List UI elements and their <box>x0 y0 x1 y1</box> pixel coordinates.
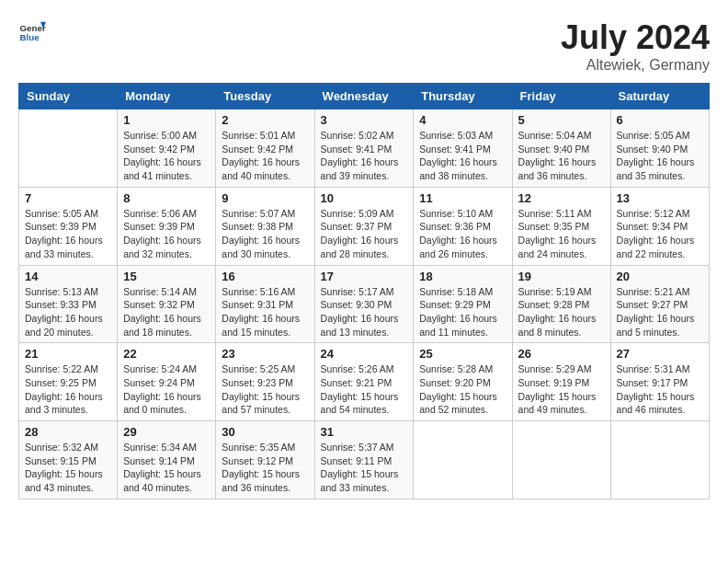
day-info: Sunrise: 5:28 AM Sunset: 9:20 PM Dayligh… <box>419 362 506 417</box>
svg-text:Blue: Blue <box>20 32 40 42</box>
day-number: 9 <box>222 191 308 205</box>
day-number: 19 <box>518 270 605 283</box>
calendar-cell: 6Sunrise: 5:05 AM Sunset: 9:40 PM Daylig… <box>610 109 709 188</box>
col-friday: Friday <box>512 84 610 109</box>
week-row-0: 1Sunrise: 5:00 AM Sunset: 9:42 PM Daylig… <box>19 109 710 188</box>
day-info: Sunrise: 5:21 AM Sunset: 9:27 PM Dayligh… <box>617 285 703 339</box>
day-number: 1 <box>123 113 210 127</box>
day-number: 22 <box>123 347 210 361</box>
col-tuesday: Tuesday <box>216 84 314 109</box>
day-number: 14 <box>25 270 111 283</box>
day-number: 26 <box>518 347 605 361</box>
col-wednesday: Wednesday <box>314 84 414 109</box>
calendar-cell: 14Sunrise: 5:13 AM Sunset: 9:33 PM Dayli… <box>19 265 118 343</box>
day-info: Sunrise: 5:31 AM Sunset: 9:17 PM Dayligh… <box>617 362 703 417</box>
day-number: 3 <box>321 113 408 127</box>
day-info: Sunrise: 5:34 AM Sunset: 9:14 PM Dayligh… <box>123 441 210 495</box>
calendar-cell: 7Sunrise: 5:05 AM Sunset: 9:39 PM Daylig… <box>19 187 118 265</box>
day-info: Sunrise: 5:14 AM Sunset: 9:32 PM Dayligh… <box>123 285 210 339</box>
calendar-table: Sunday Monday Tuesday Wednesday Thursday… <box>18 83 710 500</box>
calendar-cell <box>19 109 118 188</box>
day-info: Sunrise: 5:13 AM Sunset: 9:33 PM Dayligh… <box>25 285 111 339</box>
calendar-cell <box>512 421 610 500</box>
calendar-cell: 9Sunrise: 5:07 AM Sunset: 9:38 PM Daylig… <box>216 187 314 265</box>
day-info: Sunrise: 5:19 AM Sunset: 9:28 PM Dayligh… <box>518 285 605 339</box>
calendar-cell: 23Sunrise: 5:25 AM Sunset: 9:23 PM Dayli… <box>216 343 314 421</box>
day-number: 18 <box>419 270 506 283</box>
header: General Blue July 2024 Altewiek, Germany <box>18 18 710 74</box>
day-info: Sunrise: 5:12 AM Sunset: 9:34 PM Dayligh… <box>617 207 703 261</box>
day-info: Sunrise: 5:03 AM Sunset: 9:41 PM Dayligh… <box>419 129 506 183</box>
title-section: July 2024 Altewiek, Germany <box>561 18 710 74</box>
day-info: Sunrise: 5:11 AM Sunset: 9:35 PM Dayligh… <box>518 207 605 261</box>
day-number: 8 <box>123 191 210 205</box>
calendar-cell: 5Sunrise: 5:04 AM Sunset: 9:40 PM Daylig… <box>512 109 610 188</box>
calendar-cell <box>610 421 709 500</box>
day-info: Sunrise: 5:05 AM Sunset: 9:40 PM Dayligh… <box>617 129 703 183</box>
day-info: Sunrise: 5:17 AM Sunset: 9:30 PM Dayligh… <box>321 285 408 339</box>
calendar-cell: 4Sunrise: 5:03 AM Sunset: 9:41 PM Daylig… <box>414 109 512 188</box>
day-number: 31 <box>321 425 408 439</box>
week-row-2: 14Sunrise: 5:13 AM Sunset: 9:33 PM Dayli… <box>19 265 710 343</box>
day-info: Sunrise: 5:01 AM Sunset: 9:42 PM Dayligh… <box>222 129 308 183</box>
day-number: 21 <box>25 347 111 361</box>
day-info: Sunrise: 5:09 AM Sunset: 9:37 PM Dayligh… <box>321 207 408 261</box>
week-row-3: 21Sunrise: 5:22 AM Sunset: 9:25 PM Dayli… <box>19 343 710 421</box>
col-thursday: Thursday <box>414 84 512 109</box>
day-number: 28 <box>25 425 111 439</box>
day-number: 2 <box>222 113 308 127</box>
day-info: Sunrise: 5:37 AM Sunset: 9:11 PM Dayligh… <box>321 441 408 495</box>
calendar-cell: 3Sunrise: 5:02 AM Sunset: 9:41 PM Daylig… <box>314 109 414 188</box>
day-number: 12 <box>518 191 605 205</box>
day-number: 25 <box>419 347 506 361</box>
day-number: 30 <box>222 425 308 439</box>
calendar-cell: 25Sunrise: 5:28 AM Sunset: 9:20 PM Dayli… <box>414 343 512 421</box>
week-row-1: 7Sunrise: 5:05 AM Sunset: 9:39 PM Daylig… <box>19 187 710 265</box>
col-saturday: Saturday <box>610 84 709 109</box>
header-row: Sunday Monday Tuesday Wednesday Thursday… <box>19 84 710 109</box>
day-info: Sunrise: 5:05 AM Sunset: 9:39 PM Dayligh… <box>25 207 111 261</box>
calendar-cell: 1Sunrise: 5:00 AM Sunset: 9:42 PM Daylig… <box>118 109 216 188</box>
col-monday: Monday <box>118 84 216 109</box>
day-number: 5 <box>518 113 605 127</box>
day-info: Sunrise: 5:07 AM Sunset: 9:38 PM Dayligh… <box>222 207 308 261</box>
day-info: Sunrise: 5:02 AM Sunset: 9:41 PM Dayligh… <box>321 129 408 183</box>
calendar-cell: 22Sunrise: 5:24 AM Sunset: 9:24 PM Dayli… <box>118 343 216 421</box>
calendar-cell: 29Sunrise: 5:34 AM Sunset: 9:14 PM Dayli… <box>118 421 216 500</box>
day-number: 10 <box>321 191 408 205</box>
day-info: Sunrise: 5:32 AM Sunset: 9:15 PM Dayligh… <box>25 441 111 495</box>
calendar-cell: 31Sunrise: 5:37 AM Sunset: 9:11 PM Dayli… <box>314 421 414 500</box>
week-row-4: 28Sunrise: 5:32 AM Sunset: 9:15 PM Dayli… <box>19 421 710 500</box>
day-number: 7 <box>25 191 111 205</box>
day-info: Sunrise: 5:06 AM Sunset: 9:39 PM Dayligh… <box>123 207 210 261</box>
day-number: 24 <box>321 347 408 361</box>
day-info: Sunrise: 5:00 AM Sunset: 9:42 PM Dayligh… <box>123 129 210 183</box>
day-number: 29 <box>123 425 210 439</box>
calendar-cell: 26Sunrise: 5:29 AM Sunset: 9:19 PM Dayli… <box>512 343 610 421</box>
day-number: 13 <box>617 191 703 205</box>
day-number: 16 <box>222 270 308 283</box>
col-sunday: Sunday <box>19 84 118 109</box>
day-number: 4 <box>419 113 506 127</box>
logo: General Blue <box>18 18 48 46</box>
day-number: 20 <box>617 270 703 283</box>
day-info: Sunrise: 5:10 AM Sunset: 9:36 PM Dayligh… <box>419 207 506 261</box>
calendar-header: Sunday Monday Tuesday Wednesday Thursday… <box>19 84 710 109</box>
calendar-cell: 2Sunrise: 5:01 AM Sunset: 9:42 PM Daylig… <box>216 109 314 188</box>
calendar-cell: 15Sunrise: 5:14 AM Sunset: 9:32 PM Dayli… <box>118 265 216 343</box>
day-info: Sunrise: 5:29 AM Sunset: 9:19 PM Dayligh… <box>518 362 605 417</box>
day-number: 17 <box>321 270 408 283</box>
day-number: 15 <box>123 270 210 283</box>
calendar-cell: 30Sunrise: 5:35 AM Sunset: 9:12 PM Dayli… <box>216 421 314 500</box>
calendar-body: 1Sunrise: 5:00 AM Sunset: 9:42 PM Daylig… <box>19 109 710 500</box>
day-number: 6 <box>617 113 703 127</box>
calendar-cell: 21Sunrise: 5:22 AM Sunset: 9:25 PM Dayli… <box>19 343 118 421</box>
day-info: Sunrise: 5:04 AM Sunset: 9:40 PM Dayligh… <box>518 129 605 183</box>
calendar-cell: 20Sunrise: 5:21 AM Sunset: 9:27 PM Dayli… <box>610 265 709 343</box>
calendar-cell <box>414 421 512 500</box>
calendar-cell: 13Sunrise: 5:12 AM Sunset: 9:34 PM Dayli… <box>610 187 709 265</box>
calendar-cell: 24Sunrise: 5:26 AM Sunset: 9:21 PM Dayli… <box>314 343 414 421</box>
location: Altewiek, Germany <box>561 57 710 74</box>
calendar-cell: 17Sunrise: 5:17 AM Sunset: 9:30 PM Dayli… <box>314 265 414 343</box>
day-info: Sunrise: 5:24 AM Sunset: 9:24 PM Dayligh… <box>123 362 210 417</box>
